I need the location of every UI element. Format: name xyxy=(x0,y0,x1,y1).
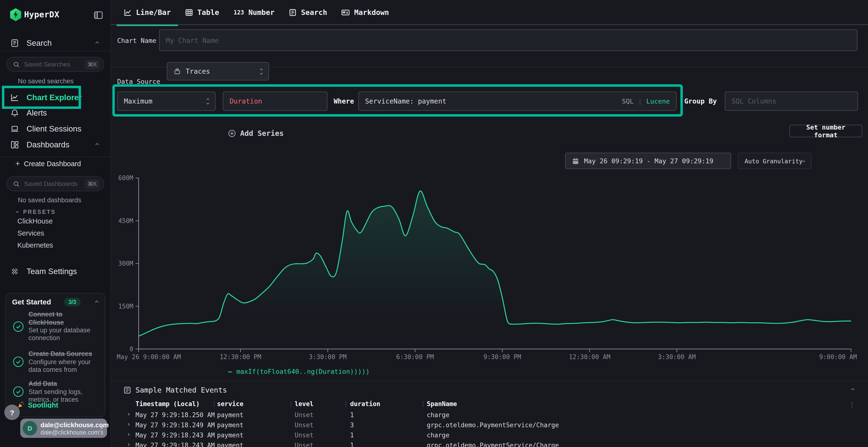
saved-searches-input[interactable]: Saved Searches ⌘K xyxy=(6,57,104,72)
column-resize-handle[interactable]: ⋮ xyxy=(288,401,294,408)
column-header[interactable]: Timestamp (Local) xyxy=(135,400,199,408)
svg-text:450M: 450M xyxy=(118,217,133,225)
user-email: dale@clickhouse.com xyxy=(40,421,109,429)
check-circle-icon xyxy=(12,320,24,332)
date-range-value: May 26 09:29:19 - May 27 09:29:19 xyxy=(584,157,713,165)
timeseries-chart[interactable]: 0150M300M450M600MMay 26 9:00:00 AM12:30:… xyxy=(114,173,859,367)
cell-service: payment xyxy=(217,442,244,447)
get-started-step[interactable]: Add Data Start sending logs, metrics, or… xyxy=(12,380,100,403)
sidebar-item-client-sessions[interactable]: Client Sessions xyxy=(0,122,111,136)
data-source-select[interactable]: Traces xyxy=(167,62,269,80)
expand-row-icon[interactable] xyxy=(127,443,129,446)
event-row[interactable]: May 27 9:29:18.243 AM payment Unset 1 gr… xyxy=(114,442,866,447)
table-menu-icon[interactable]: ⋮ xyxy=(849,401,856,409)
collapse-sidebar-icon[interactable] xyxy=(94,11,103,19)
chart-legend[interactable]: — maxIf(toFloat640..ng(Duration))))) xyxy=(228,368,370,375)
sidebar-item-label: Client Sessions xyxy=(27,124,81,133)
sidebar-item-label: Chart Explorer xyxy=(27,93,82,102)
column-resize-handle[interactable]: ⋮ xyxy=(343,401,349,408)
expand-row-icon[interactable] xyxy=(127,433,129,436)
column-header[interactable]: level xyxy=(294,400,313,408)
svg-text:300M: 300M xyxy=(118,260,133,267)
chevron-up-icon xyxy=(95,41,99,44)
table-icon xyxy=(185,9,193,16)
saved-dashboards-input[interactable]: Saved Dashboards ⌘K xyxy=(6,176,104,191)
lucene-mode-toggle[interactable]: Lucene xyxy=(646,97,670,105)
number-123-icon: 123 xyxy=(234,9,244,16)
tab-search[interactable]: Search xyxy=(282,0,334,25)
sql-mode-toggle[interactable]: SQL xyxy=(622,97,633,105)
partially-hidden-promo[interactable]: Spotlight xyxy=(18,401,58,408)
svg-text:3:30:00 PM: 3:30:00 PM xyxy=(309,353,347,360)
sidebar-item-alerts[interactable]: Alerts xyxy=(0,105,111,120)
column-header[interactable]: SpanName xyxy=(427,400,457,408)
data-source-label: Data Source xyxy=(117,77,160,85)
add-series-button[interactable]: Add Series xyxy=(228,129,284,138)
chart-name-placeholder: My Chart Name xyxy=(166,36,219,44)
event-row[interactable]: May 27 9:29:18.243 AM payment Unset 1 ch… xyxy=(114,432,866,442)
dashboard-grid-icon xyxy=(10,140,19,148)
user-menu[interactable]: D dale@clickhouse.com dale@clickhouse.co… xyxy=(20,419,107,438)
presets-toggle[interactable]: PRESETS xyxy=(17,209,56,215)
sidebar-item-chart-explorer[interactable]: Chart Explorer xyxy=(0,90,111,105)
date-range-picker[interactable]: May 26 09:29:19 - May 27 09:29:19 xyxy=(565,153,731,169)
set-number-format-button[interactable]: Set number format xyxy=(789,125,862,137)
group-by-placeholder: SQL Columns xyxy=(732,97,776,105)
event-row[interactable]: May 27 9:29:18.249 AM payment Unset 3 gr… xyxy=(114,421,866,431)
get-started-title: Get Started xyxy=(12,298,51,306)
check-circle-icon xyxy=(12,356,24,368)
tab-line-bar[interactable]: Line/Bar xyxy=(117,0,178,25)
granularity-select[interactable]: Auto Granularity xyxy=(738,153,812,169)
get-started-step[interactable]: Connect to ClickHouse Set up your databa… xyxy=(12,311,100,342)
aggregation-value: Maximum xyxy=(124,97,152,105)
sidebar-item-search[interactable]: Search xyxy=(0,36,111,50)
column-header[interactable]: duration xyxy=(350,400,380,408)
chevron-down-icon xyxy=(802,160,805,162)
chart-name-input[interactable]: My Chart Name xyxy=(159,29,858,51)
preset-services[interactable]: Services xyxy=(18,229,44,237)
sidebar-item-label: Alerts xyxy=(27,108,47,117)
cell-service: payment xyxy=(217,421,244,429)
sidebar-item-team-settings[interactable]: Team Settings xyxy=(0,264,111,278)
cell-timestamp: May 27 9:29:18.243 AM xyxy=(135,442,215,447)
aggregation-select[interactable]: Maximum xyxy=(117,92,216,111)
list-icon xyxy=(123,386,131,394)
preset-clickhouse[interactable]: ClickHouse xyxy=(18,217,53,225)
gear-icon xyxy=(10,267,19,275)
create-dashboard-button[interactable]: + Create Dashboard xyxy=(16,160,81,168)
search-icon xyxy=(13,61,20,68)
party-emoji-icon xyxy=(18,401,25,408)
tab-label: Line/Bar xyxy=(136,8,171,17)
get-started-step[interactable]: Create Data Sources Configure where your… xyxy=(12,350,100,374)
preset-kubernetes[interactable]: Kubernetes xyxy=(18,241,53,249)
step-title: Add Data xyxy=(28,380,96,388)
column-resize-handle[interactable]: ⋮ xyxy=(420,401,426,408)
field-input[interactable]: Duration xyxy=(223,92,328,111)
tab-number[interactable]: 123 Number xyxy=(226,0,282,25)
bell-icon xyxy=(10,109,19,117)
hyperdx-app: HyperDX Search Saved Searches ⌘K No save… xyxy=(0,0,868,447)
svg-text:9:30:00 PM: 9:30:00 PM xyxy=(484,353,521,360)
list-icon xyxy=(289,9,297,16)
column-resize-handle[interactable]: ⋮ xyxy=(211,401,217,408)
help-button[interactable]: ? xyxy=(4,405,20,420)
tab-label: Number xyxy=(248,8,274,17)
saved-dashboards-placeholder: Saved Dashboards xyxy=(24,180,85,187)
series-area-fill xyxy=(138,191,851,349)
promo-label: Spotlight xyxy=(28,401,58,408)
column-header[interactable]: service xyxy=(217,400,244,408)
tab-markdown[interactable]: Markdown xyxy=(334,0,396,25)
group-by-input[interactable]: SQL Columns xyxy=(725,92,858,111)
cell-level: Unset xyxy=(294,411,313,419)
select-chevrons-icon xyxy=(207,99,209,104)
expand-row-icon[interactable] xyxy=(127,413,129,415)
legend-label: maxIf(toFloat640..ng(Duration))))) xyxy=(236,368,370,375)
sidebar-item-dashboards[interactable]: Dashboards xyxy=(0,137,111,152)
expand-row-icon[interactable] xyxy=(127,423,129,425)
chevron-up-icon[interactable] xyxy=(95,301,98,304)
tab-table[interactable]: Table xyxy=(178,0,226,25)
event-row[interactable]: May 27 9:29:18.250 AM payment Unset 1 ch… xyxy=(114,411,866,421)
where-input[interactable]: ServiceName: payment SQL | Lucene xyxy=(358,92,677,111)
svg-text:6:30:00 PM: 6:30:00 PM xyxy=(396,353,434,360)
progress-badge: 3/3 xyxy=(64,298,81,306)
